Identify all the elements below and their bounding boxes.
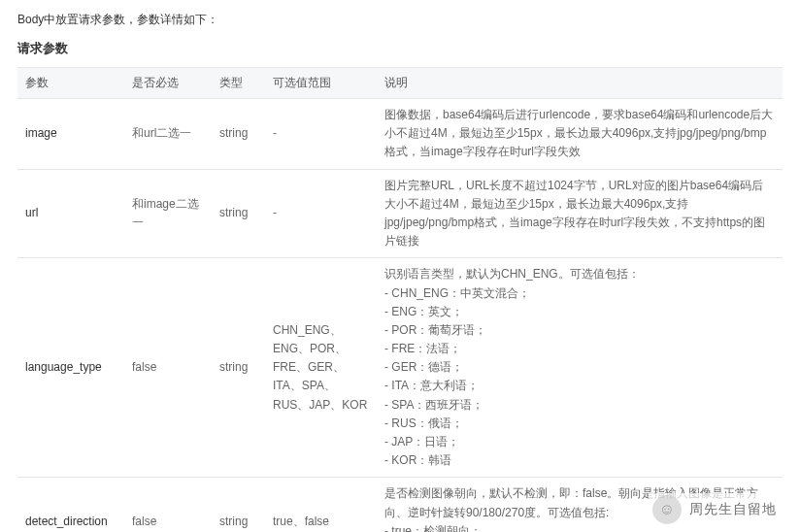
cell-required: false	[124, 478, 212, 532]
desc-line: - ENG：英文；	[384, 303, 775, 321]
table-row: url和image二选一string-图片完整URL，URL长度不超过1024字…	[17, 169, 783, 258]
desc-line: - POR：葡萄牙语；	[384, 321, 775, 340]
section-title: 请求参数	[17, 40, 783, 57]
cell-type: string	[212, 478, 265, 532]
params-table: 参数 是否必选 类型 可选值范围 说明 image和url二选一string-图…	[17, 67, 783, 532]
desc-line: - GER：德语；	[384, 358, 775, 377]
cell-range: -	[265, 169, 377, 258]
cell-type: string	[212, 99, 265, 170]
cell-param: url	[17, 169, 124, 258]
cell-range: CHN_ENG、ENG、POR、FRE、GER、ITA、SPA、RUS、JAP、…	[265, 258, 377, 478]
desc-line: - RUS：俄语；	[384, 415, 775, 433]
cell-required: 和url二选一	[124, 99, 212, 170]
desc-line: - JAP：日语；	[384, 433, 775, 451]
watermark-text: 周先生自留地	[689, 501, 777, 518]
cell-param: language_type	[17, 258, 124, 478]
desc-line: - ITA：意大利语；	[384, 377, 775, 395]
desc-line: 图片完整URL，URL长度不超过1024字节，URL对应的图片base64编码后…	[384, 177, 775, 251]
cell-param: image	[17, 99, 124, 170]
cell-range: true、false	[265, 478, 377, 532]
cell-required: 和image二选一	[124, 169, 212, 258]
desc-line: - KOR：韩语	[384, 451, 775, 470]
table-header-row: 参数 是否必选 类型 可选值范围 说明	[17, 68, 783, 99]
desc-line: - SPA：西班牙语；	[384, 396, 775, 415]
desc-line: 图像数据，base64编码后进行urlencode，要求base64编码和url…	[384, 106, 775, 162]
cell-desc: 图像数据，base64编码后进行urlencode，要求base64编码和url…	[377, 99, 783, 170]
header-type: 类型	[212, 68, 265, 99]
header-required: 是否必选	[124, 68, 212, 99]
cell-desc: 图片完整URL，URL长度不超过1024字节，URL对应的图片base64编码后…	[377, 169, 783, 258]
cell-desc: 识别语言类型，默认为CHN_ENG。可选值包括：- CHN_ENG：中英文混合；…	[377, 258, 783, 478]
header-range: 可选值范围	[265, 68, 377, 99]
table-row: image和url二选一string-图像数据，base64编码后进行urlen…	[17, 99, 783, 170]
cell-range: -	[265, 99, 377, 170]
cell-type: string	[212, 258, 265, 478]
cell-type: string	[212, 169, 265, 258]
header-param: 参数	[17, 68, 124, 99]
cell-param: detect_direction	[17, 478, 124, 532]
intro-text: Body中放置请求参数，参数详情如下：	[17, 12, 783, 28]
cell-required: false	[124, 258, 212, 478]
desc-line: 识别语言类型，默认为CHN_ENG。可选值包括：	[384, 265, 775, 283]
watermark: ☺ 周先生自留地	[649, 493, 781, 526]
table-row: language_typefalsestringCHN_ENG、ENG、POR、…	[17, 258, 783, 478]
wechat-icon: ☺	[652, 495, 682, 524]
desc-line: - FRE：法语；	[384, 340, 775, 358]
header-desc: 说明	[377, 68, 783, 99]
desc-line: - CHN_ENG：中英文混合；	[384, 284, 775, 303]
